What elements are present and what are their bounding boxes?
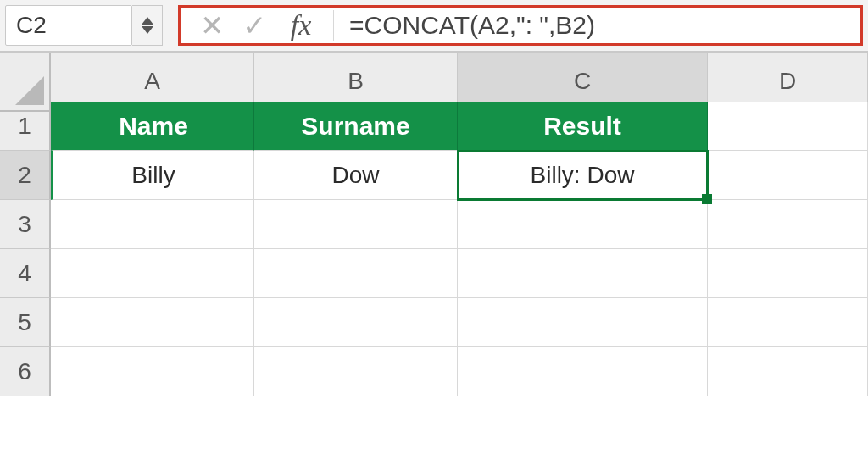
chevron-up-icon (142, 17, 153, 25)
cell-D6[interactable] (708, 347, 868, 396)
row-head-2[interactable]: 2 (0, 151, 51, 200)
row-head-5[interactable]: 5 (0, 298, 51, 347)
chevron-down-icon (142, 26, 153, 34)
formula-bar: C2 ✕ ✓ fx (0, 0, 868, 53)
formula-input[interactable] (341, 10, 860, 41)
cell-B3[interactable] (254, 200, 458, 249)
cell-C4[interactable] (458, 249, 708, 298)
grid: A B C D 1 Name Surname Result 2 Billy Do… (0, 53, 868, 396)
cell-A6[interactable] (51, 347, 254, 396)
x-icon: ✕ (200, 8, 224, 42)
formula-input-group: ✕ ✓ fx (178, 5, 863, 46)
cell-D1[interactable] (708, 102, 868, 151)
cell-D3[interactable] (708, 200, 868, 249)
select-all-corner[interactable] (0, 53, 51, 112)
check-icon: ✓ (242, 8, 266, 42)
cell-D5[interactable] (708, 298, 868, 347)
spreadsheet: A B C D 1 Name Surname Result 2 Billy Do… (0, 53, 868, 454)
cell-C3[interactable] (458, 200, 708, 249)
name-box-stepper[interactable] (132, 5, 163, 46)
cell-C2[interactable]: Billy: Dow (458, 151, 708, 200)
divider (333, 10, 334, 41)
insert-function-button[interactable]: fx (275, 9, 326, 42)
row-head-6[interactable]: 6 (0, 347, 51, 396)
name-box-value: C2 (16, 12, 47, 39)
cell-B5[interactable] (254, 298, 458, 347)
cell-D4[interactable] (708, 249, 868, 298)
cell-B1[interactable]: Surname (254, 102, 458, 151)
cell-B4[interactable] (254, 249, 458, 298)
cell-A3[interactable] (51, 200, 254, 249)
cell-B2[interactable]: Dow (254, 151, 458, 200)
cell-D2[interactable] (708, 151, 868, 200)
cell-A2[interactable]: Billy (51, 151, 254, 200)
cell-A5[interactable] (51, 298, 254, 347)
confirm-formula-button[interactable]: ✓ (233, 8, 275, 42)
row-head-4[interactable]: 4 (0, 249, 51, 298)
cell-C1[interactable]: Result (458, 102, 708, 151)
cancel-formula-button[interactable]: ✕ (191, 8, 233, 42)
fx-icon: fx (291, 9, 312, 42)
fill-handle[interactable] (702, 194, 712, 204)
cell-B6[interactable] (254, 347, 458, 396)
cell-C6[interactable] (458, 347, 708, 396)
cell-A1[interactable]: Name (51, 102, 254, 151)
name-box[interactable]: C2 (5, 5, 132, 46)
cell-C5[interactable] (458, 298, 708, 347)
cell-A4[interactable] (51, 249, 254, 298)
cell-C2-value: Billy: Dow (531, 162, 635, 189)
row-head-3[interactable]: 3 (0, 200, 51, 249)
